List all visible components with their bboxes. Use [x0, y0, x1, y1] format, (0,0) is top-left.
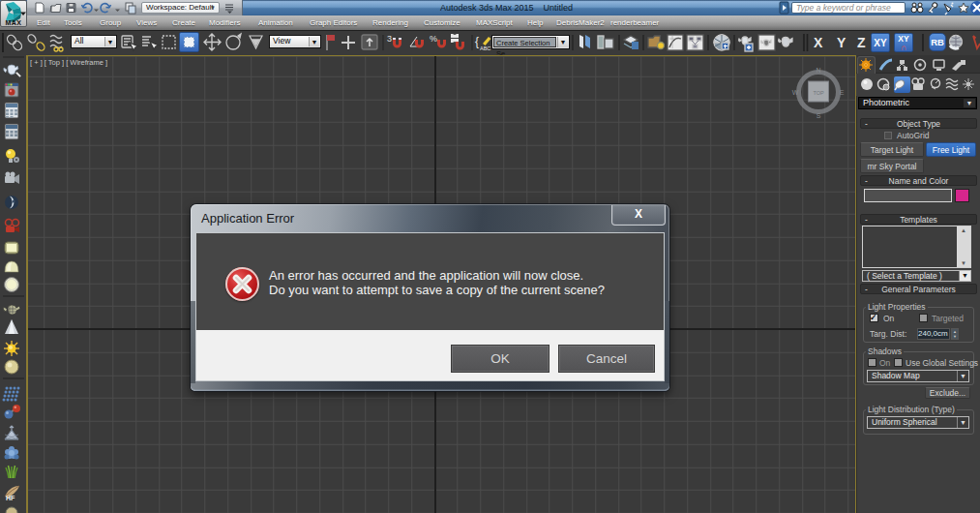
svg-text:%: %	[430, 34, 437, 44]
svg-text:W: W	[792, 89, 799, 96]
svg-text:N: N	[816, 67, 820, 74]
svg-text:S: S	[817, 112, 821, 119]
svg-text:HF: HF	[6, 495, 15, 501]
svg-text:ABC: ABC	[480, 45, 490, 51]
svg-text:{: {	[475, 35, 479, 48]
svg-text:E: E	[840, 89, 845, 96]
svg-text:3: 3	[387, 34, 392, 44]
svg-text:TOP: TOP	[813, 90, 824, 96]
